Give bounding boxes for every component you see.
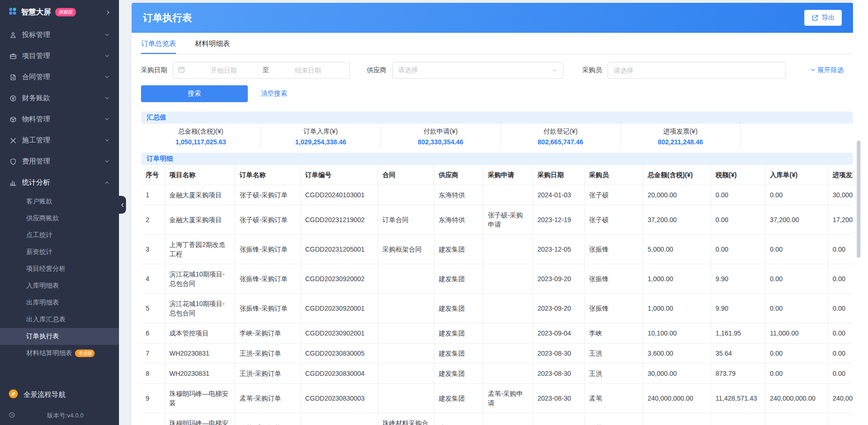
table-cell: 6 bbox=[141, 323, 164, 343]
table-cell: 王洪 bbox=[584, 364, 643, 384]
sidebar-menu: 投标管理项目管理合同管理财务账款物料管理施工管理费用管理统计分析客户账款供应商账… bbox=[0, 24, 119, 383]
table-cell: 张子硕-采购订单 bbox=[235, 205, 300, 235]
construction-icon bbox=[9, 137, 17, 144]
table-cell: 30,000.00 bbox=[828, 185, 853, 205]
buyer-label: 采购员 bbox=[582, 66, 602, 75]
start-date-input[interactable] bbox=[187, 67, 261, 74]
tab-order-overview[interactable]: 订单总览表 bbox=[141, 33, 176, 54]
table-cell: 孟苇 bbox=[584, 384, 643, 413]
buyer-input[interactable] bbox=[608, 62, 786, 79]
table-row: 2金融大厦采购项目张子硕-采购订单CGDD20231219002订单合同东海特供… bbox=[141, 205, 853, 235]
table-cell: 0.00 bbox=[765, 185, 828, 205]
table-cell: 5,000.00 bbox=[643, 235, 711, 264]
table-row: 5滨江花城10期项目-总包合同张振锋-采购订单CGDD20230920001建发… bbox=[141, 294, 853, 323]
sidebar-item-panorama-nav[interactable]: 全景流程导航 bbox=[0, 383, 119, 406]
orders-table-wrap: 序号项目名称订单名称订单编号合同供应商采购申请采购日期采购员总金额(含税)(¥)… bbox=[141, 165, 853, 425]
sidebar-collapse-handle[interactable] bbox=[119, 196, 126, 214]
table-cell: 张振锋-采购订单 bbox=[235, 264, 300, 294]
sidebar-subitem[interactable]: 入库明细表 bbox=[0, 277, 119, 294]
sidebar-subitem[interactable]: 点工统计 bbox=[0, 227, 119, 244]
table-cell: 0.00 bbox=[711, 235, 765, 264]
chevron-up-icon bbox=[104, 180, 110, 185]
table-cell bbox=[378, 343, 434, 364]
table-cell: 35.64 bbox=[711, 343, 765, 364]
end-date-input[interactable] bbox=[271, 67, 345, 74]
table-cell: 0.00 bbox=[828, 323, 853, 343]
table-cell: 金融大厦采购项目 bbox=[164, 205, 235, 235]
table-cell: 5 bbox=[141, 294, 164, 323]
table-cell: 11,428,571.43 bbox=[711, 384, 765, 413]
table-cell: 2023-09-20 bbox=[533, 264, 584, 294]
table-cell: 李峡-采购订单 bbox=[235, 323, 300, 343]
sidebar-item-project[interactable]: 项目管理 bbox=[0, 45, 119, 67]
table-cell: 珠穆朗玛峰—电梯安装 bbox=[164, 413, 235, 425]
vertical-scrollbar[interactable] bbox=[857, 141, 861, 258]
table-cell: 建发集团 bbox=[434, 343, 483, 364]
chevron-down-icon bbox=[104, 159, 110, 164]
table-cell bbox=[378, 185, 434, 205]
sidebar-subitem[interactable]: 项目经营分析 bbox=[0, 261, 119, 277]
table-cell: 孟苇 bbox=[584, 413, 643, 425]
table-cell: 9.90 bbox=[711, 264, 765, 294]
pro-edition-badge: 专业版 bbox=[75, 350, 95, 357]
export-button[interactable]: 导出 bbox=[804, 10, 842, 26]
sidebar-item-expense[interactable]: 费用管理 bbox=[0, 151, 119, 172]
table-cell: 1,000.00 bbox=[643, 294, 711, 323]
chevron-right-icon[interactable] bbox=[105, 10, 111, 15]
table-cell: 1,161.95 bbox=[711, 323, 765, 343]
date-range-picker[interactable]: 至 bbox=[173, 62, 350, 79]
summary-card-value: 802,665,747.46 bbox=[538, 138, 583, 146]
sidebar-subitem[interactable]: 客户账款 bbox=[0, 193, 119, 210]
export-button-label: 导出 bbox=[822, 14, 835, 22]
table-cell: 11,000.00 bbox=[765, 323, 828, 343]
chevron-down-icon bbox=[104, 32, 110, 37]
table-cell: 3 bbox=[141, 235, 164, 264]
sidebar-item-stats[interactable]: 统计分析 bbox=[0, 172, 119, 193]
table-cell: 建发集团 bbox=[434, 323, 483, 343]
table-cell: 张子硕-采购订单 bbox=[235, 185, 300, 205]
summary-card: 付款登记(¥)802,665,747.46 bbox=[501, 124, 621, 149]
table-cell: CGDD20231205001 bbox=[300, 235, 378, 264]
summary-card-label: 付款登记(¥) bbox=[543, 127, 578, 136]
table-row: 1金融大厦采购项目张子硕-采购订单CGDD20240103001东海特供2024… bbox=[141, 185, 853, 205]
summary-card-label: 进项发票(¥) bbox=[663, 127, 697, 136]
table-cell: 张振锋 bbox=[584, 235, 643, 264]
table-cell: 2023-09-04 bbox=[533, 323, 584, 343]
sidebar-subitem[interactable]: 出库明细表 bbox=[0, 294, 119, 311]
logo-row[interactable]: 智慧大屏 旗舰版 bbox=[0, 0, 119, 24]
table-cell: 滨江花城10期项目-总包合同 bbox=[164, 264, 235, 294]
sidebar-item-material[interactable]: 物料管理 bbox=[0, 109, 119, 130]
table-cell bbox=[483, 294, 533, 323]
sidebar-subitem[interactable]: 出入库汇总表 bbox=[0, 311, 119, 328]
table-cell: WH20230831 bbox=[164, 343, 235, 364]
summary-card-label: 总金额(含税)(¥) bbox=[178, 127, 223, 136]
summary-card-value: 802,211,248.46 bbox=[658, 138, 703, 146]
table-cell: 2023-09-20 bbox=[533, 294, 584, 323]
table-cell: CGDD20240103001 bbox=[300, 185, 378, 205]
expand-filters-link[interactable]: 展开筛选 bbox=[810, 66, 844, 75]
supplier-select[interactable]: 请选择 bbox=[392, 62, 564, 79]
sidebar-subitem[interactable]: 薪资统计 bbox=[0, 244, 119, 261]
table-cell: 0.00 bbox=[765, 343, 828, 364]
sidebar-item-construction[interactable]: 施工管理 bbox=[0, 130, 119, 151]
sidebar-item-finance[interactable]: 财务账款 bbox=[0, 88, 119, 109]
column-header: 总金额(含税)(¥) bbox=[643, 165, 711, 185]
search-button[interactable]: 搜索 bbox=[141, 85, 248, 102]
sidebar-item-label: 施工管理 bbox=[22, 136, 50, 145]
table-cell: 2023-12-05 bbox=[533, 235, 584, 264]
sidebar-subitem[interactable]: 供应商账款 bbox=[0, 210, 119, 227]
sidebar-item-bid[interactable]: 投标管理 bbox=[0, 24, 119, 45]
clear-search-link[interactable]: 清空搜索 bbox=[261, 89, 287, 98]
table-header-row: 序号项目名称订单名称订单编号合同供应商采购申请采购日期采购员总金额(含税)(¥)… bbox=[141, 165, 853, 185]
table-cell: 张振锋 bbox=[584, 264, 643, 294]
sidebar-subitem[interactable]: 材料结算明细表专业版 bbox=[0, 345, 119, 362]
tab-material-detail[interactable]: 材料明细表 bbox=[195, 33, 230, 54]
filter-row: 采购日期 至 供应商 请选择 采购员 展开筛选 bbox=[141, 62, 853, 79]
sidebar-subitem[interactable]: 订单执行表 bbox=[0, 328, 119, 345]
sidebar-item-contract[interactable]: 合同管理 bbox=[0, 67, 119, 88]
orders-table: 序号项目名称订单名称订单编号合同供应商采购申请采购日期采购员总金额(含税)(¥)… bbox=[141, 165, 853, 425]
table-cell: 240,000,000.00 bbox=[765, 384, 828, 413]
sidebar-item-label: 费用管理 bbox=[22, 157, 50, 166]
column-header: 订单名称 bbox=[235, 165, 300, 185]
scrollbar-gutter bbox=[853, 0, 868, 425]
